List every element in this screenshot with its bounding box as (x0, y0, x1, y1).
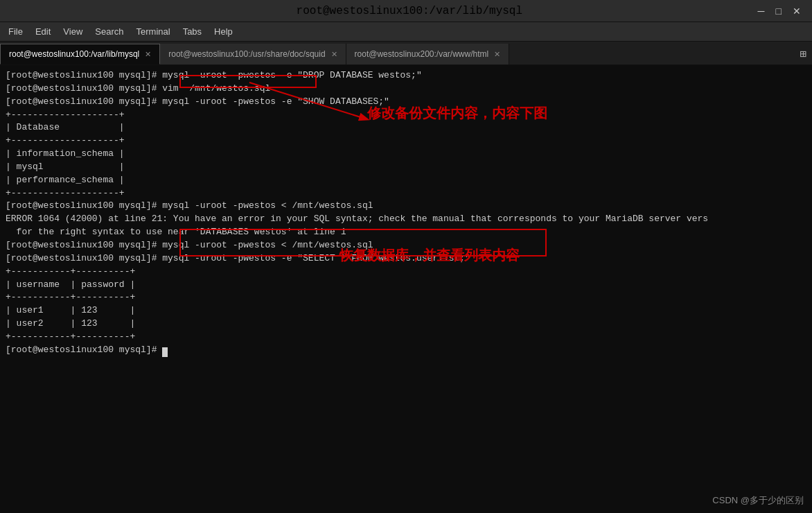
tab-0[interactable]: root@westoslinux100:/var/lib/mysql✕ (0, 44, 160, 64)
terminal-line-0: [root@westoslinux100 mysql]# mysql -uroo… (6, 69, 806, 82)
terminal-options-icon[interactable]: ⊞ (800, 47, 806, 61)
tab-close-2[interactable]: ✕ (494, 50, 500, 59)
terminal-line-16: | username | password | (6, 279, 806, 292)
terminal-line-12: for the right syntax to use near 'DATABA… (6, 226, 806, 239)
terminal-line-2: [root@westoslinux100 mysql]# mysql -uroo… (6, 96, 806, 109)
tab-2[interactable]: root@westoslinux200:/var/www/html✕ (346, 44, 510, 64)
titlebar-controls: ─ □ ✕ (755, 6, 804, 17)
terminal-line-7: | mysql | (6, 161, 806, 174)
tab-label-2: root@westoslinux200:/var/www/html (355, 49, 489, 59)
tab-label-0: root@westoslinux100:/var/lib/mysql (9, 49, 139, 59)
menu-item-view[interactable]: View (58, 25, 88, 38)
tab-label-1: root@westoslinux100:/usr/share/doc/squid (168, 49, 325, 59)
terminal-line-3: +--------------------+ (6, 109, 806, 122)
menu-item-search[interactable]: Search (89, 25, 129, 38)
terminal-line-4: | Database | (6, 121, 806, 134)
terminal-line-13: [root@westoslinux100 mysql]# mysql -uroo… (6, 239, 806, 252)
terminal-line-10: [root@westoslinux100 mysql]# mysql -uroo… (6, 200, 806, 213)
menu-item-tabs[interactable]: Tabs (177, 25, 207, 38)
menu-item-file[interactable]: File (3, 25, 28, 38)
terminal-line-11: ERROR 1064 (42000) at line 21: You have … (6, 213, 806, 226)
terminal[interactable]: 修改备份文件内容，内容下图 恢复数据库，并查看列表内容 [root@westos… (0, 65, 812, 513)
terminal-cursor (162, 347, 168, 357)
close-button[interactable]: ✕ (790, 6, 804, 17)
terminal-line-20: +-----------+----------+ (6, 331, 806, 344)
terminal-line-18: | user1 | 123 | (6, 304, 806, 318)
tabbar-end: ⊞ (509, 44, 812, 64)
titlebar-title: root@westoslinux100:/var/lib/mysql (297, 5, 522, 17)
terminal-line-21: [root@westoslinux100 mysql]# (6, 344, 806, 357)
tab-1[interactable]: root@westoslinux100:/usr/share/doc/squid… (160, 44, 346, 64)
titlebar: root@westoslinux100:/var/lib/mysql ─ □ ✕ (0, 0, 812, 22)
menubar: FileEditViewSearchTerminalTabsHelp (0, 22, 812, 42)
terminal-line-6: | information_schema | (6, 148, 806, 161)
terminal-line-17: +-----------+----------+ (6, 291, 806, 304)
terminal-line-5: +--------------------+ (6, 134, 806, 148)
terminal-content: [root@westoslinux100 mysql]# mysql -uroo… (6, 69, 806, 357)
terminal-line-15: +-----------+----------+ (6, 266, 806, 279)
tab-close-0[interactable]: ✕ (145, 50, 151, 59)
terminal-line-1: [root@westoslinux100 mysql]# vim /mnt/we… (6, 82, 806, 96)
terminal-line-14: [root@westoslinux100 mysql]# mysql -uroo… (6, 252, 806, 266)
tab-close-1[interactable]: ✕ (331, 50, 337, 59)
tabbar: root@westoslinux100:/var/lib/mysql✕root@… (0, 42, 812, 65)
minimize-button[interactable]: ─ (755, 6, 768, 17)
menu-item-help[interactable]: Help (209, 25, 238, 38)
terminal-line-19: | user2 | 123 | (6, 318, 806, 331)
menu-item-edit[interactable]: Edit (30, 25, 56, 38)
terminal-line-8: | performance_schema | (6, 174, 806, 187)
terminal-line-9: +--------------------+ (6, 187, 806, 200)
menu-item-terminal[interactable]: Terminal (131, 25, 176, 38)
maximize-button[interactable]: □ (773, 6, 784, 17)
watermark: CSDN @多于少的区别 (712, 494, 804, 507)
